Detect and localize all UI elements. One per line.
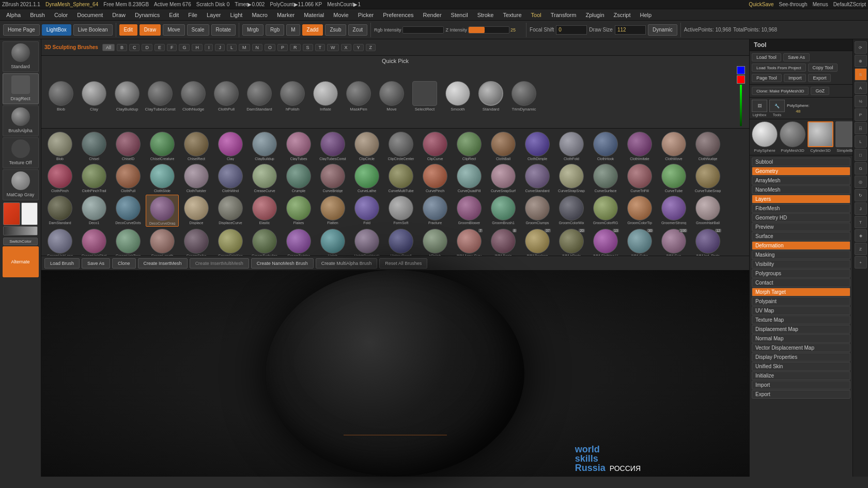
fr-scroll[interactable]: ⟳ [855, 41, 867, 54]
menu-zscript[interactable]: Zscript [610, 11, 635, 19]
alternate-btn[interactable]: Alternate [3, 246, 39, 277]
menu-render[interactable]: Render [419, 11, 446, 19]
brush-cell-damstandard[interactable]: DamStandard [43, 195, 76, 227]
brush-cell-groomturbulize[interactable]: GroomTurbulize [248, 228, 281, 256]
brush-cell-imm-army-curv[interactable]: 7IMM Army Curv [453, 228, 486, 256]
section-subtool[interactable]: Subtool [752, 158, 850, 166]
zcut-btn[interactable]: Zcut [348, 24, 367, 36]
menu-document[interactable]: Document [73, 11, 107, 19]
menu-brush[interactable]: Brush [26, 11, 49, 19]
section-geometryhd[interactable]: Geometry HD [752, 213, 850, 222]
brush-cell-decocurvedots[interactable]: DecoCurveDots [112, 195, 145, 227]
brush-cell-chiselrect[interactable]: ChiselRect [180, 131, 213, 162]
menu-stencil[interactable]: Stencil [447, 11, 472, 19]
section-morphtarget[interactable]: Morph Target [752, 288, 850, 296]
cat-p[interactable]: P [277, 44, 288, 51]
cat-y[interactable]: Y [353, 44, 364, 51]
menu-picker[interactable]: Picker [354, 11, 378, 19]
qp-claybuildup[interactable]: ClayBuildup [112, 81, 143, 112]
section-displayproperties[interactable]: Display Properties [752, 353, 850, 361]
section-texturemap[interactable]: Texture Map [752, 316, 850, 324]
z-intensity-track[interactable] [468, 26, 509, 34]
clone-btn[interactable]: Clone [112, 258, 136, 269]
brush-cell-groomhairball[interactable]: GroomHairBall [691, 195, 724, 227]
section-initialize[interactable]: Initialize [752, 371, 850, 380]
cat-z[interactable]: Z [366, 44, 376, 51]
qp-trimdynamic[interactable]: TrimDynamic [508, 81, 539, 112]
brush-cell-clothimitate[interactable]: ClothImitate [623, 131, 656, 162]
polymesh3d-thumb[interactable] [780, 121, 805, 147]
menu-material[interactable]: Material [300, 11, 328, 19]
cat-i[interactable]: I [205, 44, 213, 51]
menu-movie[interactable]: Movie [329, 11, 352, 19]
fr-actual[interactable]: A [855, 82, 867, 94]
goz-btn[interactable]: GoZ [811, 87, 829, 95]
foreground-color[interactable] [3, 202, 20, 225]
rgb-btn[interactable]: Rgb [266, 24, 284, 36]
brush-cell-groomcolorrg[interactable]: GroomColorRG [589, 195, 622, 227]
brush-cell-creasecurve[interactable]: CreaseCurve [248, 163, 281, 194]
copy-tool-btn[interactable]: Copy Tool [808, 64, 838, 72]
fr-aahalf[interactable]: ½ [855, 95, 867, 107]
cat-s[interactable]: S [303, 44, 313, 51]
load-tool-btn[interactable]: Load Tool [752, 53, 781, 61]
brush-cell-groomcolormix[interactable]: GroomColorMix [555, 195, 588, 227]
brush-cell-chiseld[interactable]: ChiselD [112, 131, 145, 162]
section-preview[interactable]: Preview [752, 223, 850, 231]
load-tools-from-project-btn[interactable]: Load Tools From Project [752, 64, 806, 72]
brush-cell-clothwind[interactable]: ClothWind [214, 163, 247, 194]
brush-cell-groomerstrong[interactable]: GroomerStrong [657, 195, 690, 227]
brush-cell-hatchbacktrack[interactable]: HatchBacktrack [350, 228, 383, 256]
fr-appnd[interactable]: + [855, 256, 867, 269]
create-nanomesh-btn[interactable]: Create NanoMesh Brush [251, 258, 314, 269]
qp-standard[interactable]: Standard [475, 81, 506, 112]
menu-alpha[interactable]: Alpha [2, 11, 25, 19]
live-boolean-btn[interactable]: Live Boolean [73, 24, 113, 36]
section-masking[interactable]: Masking [752, 250, 850, 259]
dynamic-btn[interactable]: Dynamic [648, 24, 677, 36]
brush-cell-cliprect[interactable]: ClipRect [453, 131, 486, 162]
brush-cell-clothdimple[interactable]: ClothDimple [521, 131, 554, 162]
section-import[interactable]: Import [752, 381, 850, 389]
brush-cell-curvelathe[interactable]: CurveLathe [350, 163, 383, 194]
qp-clothpull[interactable]: ClothPull [211, 81, 242, 112]
brush-cell-historyrecall[interactable]: HistoryRecall [384, 228, 417, 256]
fr-persp[interactable]: P [855, 108, 867, 121]
brush-cell-clipcirclecenter[interactable]: ClipCircleCenter [384, 131, 417, 162]
brush-cell-imm-basic[interactable]: 8IMM Basic [487, 228, 520, 256]
menu-dynamics[interactable]: Dynamics [131, 11, 164, 19]
fr-zoom[interactable]: ⊕ [855, 55, 867, 67]
menu-preferences[interactable]: Preferences [379, 11, 417, 19]
see-through[interactable]: See-through [779, 2, 808, 7]
fr-gvz[interactable]: G [855, 162, 867, 175]
brush-cell-deco1[interactable]: Deco1 [78, 195, 111, 227]
brush-cell-groomhairtoss[interactable]: GroomHairToss [112, 228, 145, 256]
zsub-btn[interactable]: Zsub [325, 24, 346, 36]
right-import-btn[interactable]: Import [784, 74, 807, 82]
brush-cell-curvepinch[interactable]: CurvePinch [419, 163, 452, 194]
qp-move[interactable]: Move [376, 81, 407, 112]
cat-x[interactable]: X [341, 44, 351, 51]
quick-save[interactable]: QuickSave [749, 2, 773, 7]
section-geometry[interactable]: Geometry [752, 167, 850, 176]
cat-m[interactable]: M [239, 44, 250, 51]
brush-cell-flakes[interactable]: Flakes [282, 195, 315, 227]
section-vectordisplacementmap[interactable]: Vector Displacement Map [752, 343, 850, 352]
qp-damstandard[interactable]: DamStandard [244, 81, 275, 112]
mrgb-btn[interactable]: Mrgb [242, 24, 264, 36]
menu-macro[interactable]: Macro [247, 11, 272, 19]
brush-cell-clothfold[interactable]: ClothFold [555, 131, 588, 162]
brush-cell-groomclumps[interactable]: GroomClumps [521, 195, 554, 227]
menu-draw[interactable]: Draw [108, 11, 130, 19]
brush-cell-groomspinkno[interactable]: GroomSpinKno [214, 228, 247, 256]
brush-cell-claybuildup[interactable]: ClayBuildup [248, 131, 281, 162]
brush-cell-elastic[interactable]: Elastic [248, 195, 281, 227]
draw-size-input[interactable] [615, 25, 646, 35]
brush-cell-curvequadfill[interactable]: CurveQuadFill [453, 163, 486, 194]
section-normalmap[interactable]: Normal Map [752, 334, 850, 343]
section-polygroups[interactable]: Polygroups [752, 269, 850, 278]
left-matcap-btn[interactable]: MatCap Gray [3, 169, 39, 200]
menu-help[interactable]: Help [636, 11, 656, 19]
polysphere-thumb[interactable] [752, 121, 778, 147]
cat-h[interactable]: H [192, 44, 203, 51]
